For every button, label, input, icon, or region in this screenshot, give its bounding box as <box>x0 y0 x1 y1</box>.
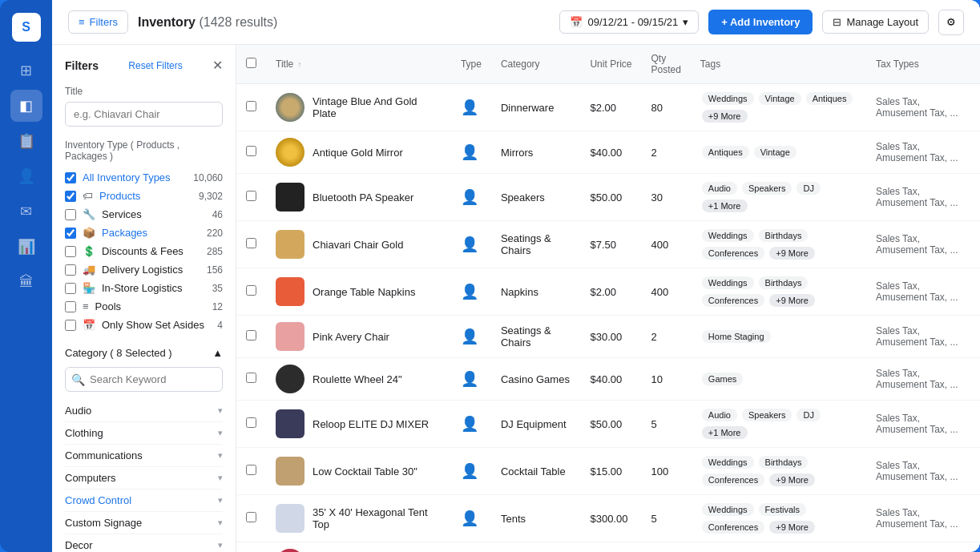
category-crowd-control[interactable]: Crowd Control ▾ <box>65 490 223 512</box>
sidebar-icon-grid[interactable]: ⊞ <box>10 54 42 87</box>
row-checkbox[interactable] <box>246 238 256 248</box>
row-checkbox[interactable] <box>246 465 256 475</box>
tag: +9 More <box>702 110 748 123</box>
col-tax-types: Tax Types <box>866 45 980 84</box>
type-set-asides[interactable]: 📅 Only Show Set Asides 4 <box>65 316 223 334</box>
category-crowd-control-chevron: ▾ <box>218 495 223 506</box>
add-inventory-button[interactable]: + Add Inventory <box>708 10 813 34</box>
tax-types-cell: Sales Tax, Amusement Tax, ... <box>866 316 980 358</box>
type-products[interactable]: 🏷 Products 9,302 <box>65 187 223 205</box>
category-computers-chevron: ▾ <box>218 473 223 483</box>
product-name: Bluetooth PA Speaker <box>313 191 413 203</box>
category-custom-signage-chevron: ▾ <box>218 518 223 528</box>
category-audio[interactable]: Audio ▾ <box>65 400 223 422</box>
table-row: Orange Table Napkins👤Napkins$2.00400Wedd… <box>236 268 980 316</box>
category-search-input[interactable] <box>65 367 223 392</box>
tags-cell: WeddingsBirthdaysConferences+9 More <box>691 221 866 268</box>
type-icon: 👤 <box>461 416 478 432</box>
table-row: Red Flowers Ball 16"👤Floral----WeddingsF… <box>236 542 980 553</box>
close-filters-button[interactable]: ✕ <box>212 58 223 73</box>
type-all[interactable]: All Inventory Types 10,060 <box>65 168 223 187</box>
tags-cell: WeddingsBirthdaysConferences+9 More <box>691 268 866 316</box>
page-title: Inventory (1428 results) <box>138 15 550 30</box>
type-pools[interactable]: ≡ Pools 12 <box>65 297 223 316</box>
type-delivery-checkbox[interactable] <box>65 264 76 276</box>
tag: +9 More <box>769 294 815 307</box>
type-set-asides-checkbox[interactable] <box>65 320 76 331</box>
type-delivery[interactable]: 🚚 Delivery Logistics 156 <box>65 260 223 279</box>
sidebar-icon-messages[interactable]: ✉ <box>10 195 42 228</box>
tags-cell: WeddingsFestivalsConferences+9 More <box>691 495 866 542</box>
category-filter-header[interactable]: Category ( 8 Selected ) ▲ <box>65 347 223 359</box>
category-decor[interactable]: Decor ▾ <box>65 534 223 552</box>
table-header-row: Title ↑ Type Category Unit Price QtyPost… <box>236 45 980 84</box>
table-row: 35' X 40' Hexagonal Tent Top👤Tents$300.0… <box>236 495 980 542</box>
category-custom-signage[interactable]: Custom Signage ▾ <box>65 512 223 534</box>
product-name: Chiavari Chair Gold <box>313 239 403 251</box>
filters-panel-header: Filters Reset Filters ✕ <box>65 58 223 73</box>
type-discounts-label: Discounts & Fees <box>102 245 183 257</box>
type-packages-checkbox[interactable] <box>65 228 76 239</box>
category-computers[interactable]: Computers ▾ <box>65 467 223 490</box>
filters-label: Filters <box>90 16 118 28</box>
row-checkbox[interactable] <box>246 146 256 156</box>
date-range-button[interactable]: 📅 09/12/21 - 09/15/21 ▾ <box>559 10 699 34</box>
table-container[interactable]: Title ↑ Type Category Unit Price QtyPost… <box>236 45 980 552</box>
type-cell: 👤 <box>451 221 491 268</box>
tag: Weddings <box>702 503 754 516</box>
product-thumbnail <box>276 409 304 438</box>
row-checkbox[interactable] <box>246 101 256 111</box>
table-row: Low Cocktail Table 30"👤Cocktail Table$15… <box>236 448 980 495</box>
category-clothing[interactable]: Clothing ▾ <box>65 422 223 445</box>
type-packages[interactable]: 📦 Packages 220 <box>65 224 223 242</box>
filters-button[interactable]: ≡ Filters <box>68 10 128 34</box>
product-name: Reloop ELITE DJ MIXER <box>313 418 429 430</box>
sidebar-icon-inventory[interactable]: ◧ <box>10 90 42 122</box>
packages-icon: 📦 <box>83 227 95 239</box>
type-discounts-checkbox[interactable] <box>65 246 76 257</box>
filter-icon: ≡ <box>79 16 85 28</box>
qty-posted-cell: 5 <box>641 495 690 542</box>
type-services[interactable]: 🔧 Services 46 <box>65 205 223 224</box>
tag: Antiques <box>806 92 853 105</box>
row-checkbox[interactable] <box>246 417 256 428</box>
row-checkbox[interactable] <box>246 512 256 522</box>
row-checkbox[interactable] <box>246 285 256 296</box>
tax-types-cell: Sales Tax, Amusement Tax, ... <box>866 542 980 553</box>
type-products-checkbox[interactable] <box>65 191 76 202</box>
sidebar-icon-users[interactable]: 👤 <box>10 160 42 192</box>
type-delivery-label: Delivery Logistics <box>102 264 183 276</box>
row-checkbox[interactable] <box>246 330 256 340</box>
unit-price-cell: $50.00 <box>580 174 641 221</box>
type-instore[interactable]: 🏪 In-Store Logistics 35 <box>65 279 223 297</box>
type-products-count: 9,302 <box>199 191 223 202</box>
reset-filters-link[interactable]: Reset Filters <box>128 60 182 71</box>
type-icon: 👤 <box>461 99 478 115</box>
sidebar-icon-settings[interactable]: 🏛 <box>10 266 42 298</box>
type-instore-count: 35 <box>212 283 223 294</box>
category-cell: Speakers <box>491 174 581 221</box>
type-cell: 👤 <box>451 131 491 174</box>
type-services-checkbox[interactable] <box>65 209 76 220</box>
select-all-checkbox[interactable] <box>246 58 256 68</box>
type-discounts[interactable]: 💲 Discounts & Fees 285 <box>65 242 223 260</box>
filters-panel: Filters Reset Filters ✕ Title Inventory … <box>52 45 236 552</box>
row-checkbox[interactable] <box>246 191 256 201</box>
title-filter-input[interactable] <box>65 102 223 127</box>
sidebar-icon-documents[interactable]: 📋 <box>10 125 42 157</box>
type-all-checkbox[interactable] <box>65 172 76 183</box>
category-cell: DJ Equipment <box>491 401 581 448</box>
type-packages-label: Packages <box>102 227 147 239</box>
type-instore-checkbox[interactable] <box>65 283 76 294</box>
type-cell: 👤 <box>451 316 491 358</box>
manage-layout-button[interactable]: ⊟ Manage Layout <box>822 10 929 34</box>
category-communications[interactable]: Communications ▾ <box>65 445 223 467</box>
sidebar-icon-reports[interactable]: 📊 <box>10 231 42 263</box>
type-icon: 👤 <box>461 328 478 344</box>
row-checkbox[interactable] <box>246 373 256 383</box>
col-title[interactable]: Title ↑ <box>266 45 451 84</box>
unit-price-cell: $50.00 <box>580 401 641 448</box>
settings-gear-button[interactable]: ⚙ <box>938 10 964 35</box>
tax-types-cell: Sales Tax, Amusement Tax, ... <box>866 221 980 268</box>
type-pools-checkbox[interactable] <box>65 301 76 312</box>
